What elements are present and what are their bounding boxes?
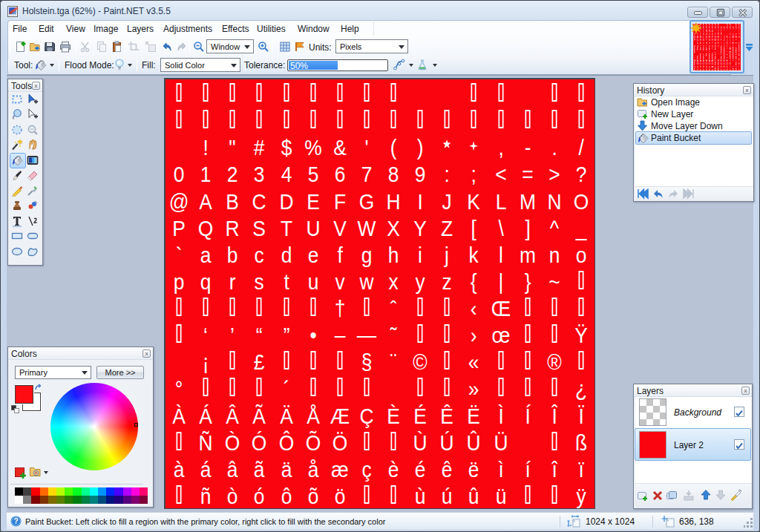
svg-text:?: ? [13, 517, 18, 525]
